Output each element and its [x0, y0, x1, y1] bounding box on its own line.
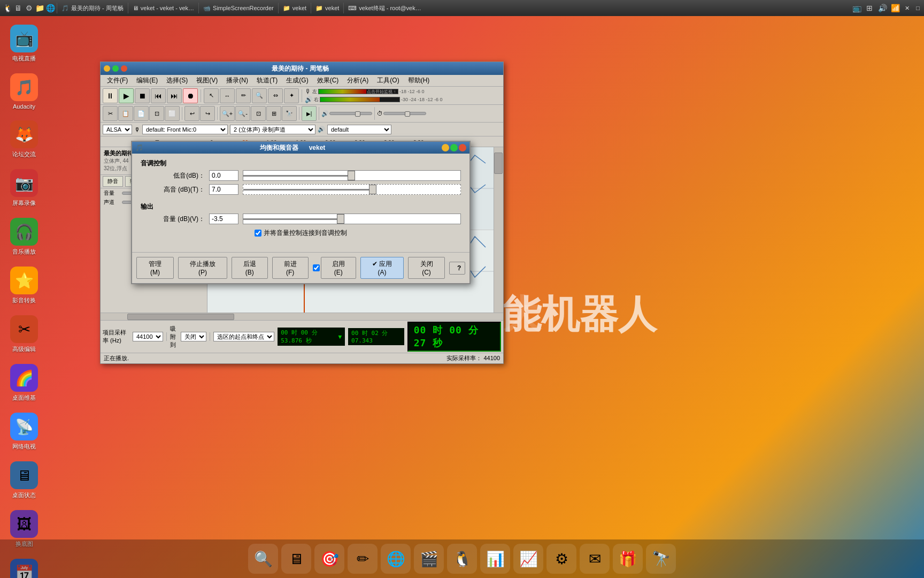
taskbar-icon-5[interactable]: 🌐: [45, 3, 56, 13]
time-shift-btn[interactable]: ⇔: [268, 88, 283, 103]
sidebar-item-wiki[interactable]: 🌈 桌面维基: [7, 361, 41, 405]
restore-btn[interactable]: [112, 65, 119, 72]
dock-item-video[interactable]: 🎬: [414, 544, 444, 574]
speed-thumb[interactable]: [405, 111, 410, 117]
eq-volume-thumb[interactable]: [337, 214, 344, 224]
sidebar-item-web-tv[interactable]: 📡 网络电视: [7, 409, 41, 454]
taskbar-folder-2[interactable]: 📁 veket: [312, 4, 342, 13]
vu-speaker-icon[interactable]: 🔊: [305, 96, 313, 103]
zoom-in-btn[interactable]: 🔍+: [220, 106, 235, 121]
menu-generate[interactable]: 生成(G): [282, 75, 312, 86]
menu-tools[interactable]: 工具(O): [373, 75, 403, 86]
vu-right-meter[interactable]: [320, 97, 400, 102]
dock-item-stats[interactable]: 📈: [513, 544, 543, 574]
eq-restore-btn[interactable]: [450, 144, 458, 151]
menu-view[interactable]: 视图(V): [192, 75, 222, 86]
snap-select[interactable]: 关闭: [181, 332, 206, 341]
sidebar-item-audacity[interactable]: 🎵 Audacity: [7, 70, 41, 113]
menu-file[interactable]: 文件(F): [103, 75, 132, 86]
eq-manage-btn[interactable]: 管理(M): [136, 257, 174, 279]
stop-btn[interactable]: ⏹: [135, 88, 150, 103]
menu-effects[interactable]: 效果(C): [313, 75, 343, 86]
selection-format-select[interactable]: 选区的起点和终点: [213, 332, 274, 341]
eq-close-btn[interactable]: [459, 144, 466, 151]
dock-item-gift[interactable]: 🎁: [613, 544, 643, 574]
cut-btn[interactable]: ✂: [103, 106, 118, 121]
zoom-out-btn[interactable]: 🔍-: [235, 106, 250, 121]
dock-item-pencil[interactable]: ✏: [348, 544, 378, 574]
sidebar-item-forum[interactable]: 🦊 论坛交流: [7, 117, 41, 162]
dock-item-display[interactable]: 🖥: [281, 544, 311, 574]
sidebar-item-screen-record[interactable]: 📷 屏幕录像: [7, 166, 41, 210]
eq-bass-input[interactable]: [209, 170, 238, 181]
eq-forward-btn[interactable]: 前进(F): [272, 257, 309, 279]
zoom-full-btn[interactable]: 🔭: [282, 106, 297, 121]
taskbar-volume-icon[interactable]: 🔊: [877, 3, 888, 13]
dock-item-chart[interactable]: 📊: [480, 544, 510, 574]
zoom-sel-btn[interactable]: ⊞: [266, 106, 281, 121]
mute-btn[interactable]: 静音: [103, 176, 123, 187]
zoom-tool-btn[interactable]: 🔍: [252, 88, 267, 103]
dock-item-mail[interactable]: ✉: [580, 544, 610, 574]
multi-tool-btn[interactable]: ✦: [284, 88, 299, 103]
taskbar-icon-3[interactable]: ⚙: [24, 3, 34, 13]
eq-close-dialog-btn[interactable]: 关闭(C): [408, 257, 445, 279]
eq-bass-thumb[interactable]: [348, 171, 355, 180]
input-device-select[interactable]: default: Front Mic:0: [142, 125, 228, 134]
record-btn[interactable]: ⏺: [183, 88, 198, 103]
select-tool-btn[interactable]: ↖: [204, 88, 219, 103]
output-volume-slider[interactable]: [329, 112, 372, 115]
taskbar-icon-2[interactable]: 🖥: [13, 3, 24, 13]
vu-left-meter[interactable]: 点击开始监视 ↑: [318, 89, 398, 94]
taskbar-terminal-2[interactable]: ⌨ veket终端 - root@vek…: [345, 3, 424, 13]
output-device-select[interactable]: default: [327, 125, 391, 134]
dock-item-telescope[interactable]: 🔭: [646, 544, 676, 574]
eq-apply-btn[interactable]: ✔ 应用(A): [360, 257, 404, 279]
taskbar-recorder[interactable]: 📹 SimpleScreenRecorder: [200, 4, 277, 13]
dock-item-game[interactable]: 🎯: [314, 544, 344, 574]
zoom-fit-btn[interactable]: ⊡: [251, 106, 266, 121]
sidebar-item-editor[interactable]: ✂ 高级编辑: [7, 312, 41, 356]
menu-select[interactable]: 选择(S): [162, 75, 192, 86]
eq-volume-slider[interactable]: [243, 214, 461, 224]
eq-minimize-btn[interactable]: [442, 144, 449, 151]
menu-transport[interactable]: 播录(N): [222, 75, 252, 86]
menu-analyze[interactable]: 分析(A): [343, 75, 373, 86]
h-scrollbar[interactable]: [101, 313, 503, 320]
close-btn[interactable]: [121, 65, 127, 72]
eq-treble-thumb[interactable]: [369, 185, 376, 194]
v-scroll-thumb[interactable]: [494, 153, 503, 174]
taskbar-network-icon[interactable]: 📶: [890, 3, 900, 13]
menu-help[interactable]: 帮助(H): [404, 75, 434, 86]
undo-btn[interactable]: ↩: [184, 106, 199, 121]
dock-item-finder[interactable]: 🔍: [248, 544, 278, 574]
eq-treble-slider[interactable]: [243, 184, 461, 195]
dock-item-settings[interactable]: ⚙: [546, 544, 576, 574]
eq-back-btn[interactable]: 后退(B): [232, 257, 268, 279]
audio-api-select[interactable]: ALSA: [103, 125, 132, 134]
sidebar-item-music[interactable]: 🎧 音乐播放: [7, 215, 41, 259]
minimize-btn[interactable]: [104, 65, 110, 72]
silence-btn[interactable]: ⬜: [165, 106, 180, 121]
sidebar-item-convert[interactable]: ⭐ 影音转换: [7, 263, 41, 308]
redo-btn[interactable]: ↪: [200, 106, 215, 121]
menu-tracks[interactable]: 轨道(T): [252, 75, 282, 86]
envelope-tool-btn[interactable]: ↔: [220, 88, 235, 103]
vu-mic-icon[interactable]: 🎙: [305, 88, 311, 95]
draw-tool-btn[interactable]: ✏: [236, 88, 251, 103]
taskbar-terminal-1[interactable]: 🖥 veket - veket - vek…: [129, 4, 197, 12]
play-region-btn[interactable]: ▶|: [302, 106, 317, 121]
dock-item-linux[interactable]: 🐧: [447, 544, 477, 574]
eq-enable-btn[interactable]: 启用(E): [321, 257, 356, 279]
eq-link-checkbox[interactable]: [255, 230, 261, 237]
h-scroll-thumb[interactable]: [127, 314, 234, 320]
taskbar-monitor-icon[interactable]: 📺: [851, 3, 862, 13]
rewind-btn[interactable]: ⏮: [151, 88, 166, 103]
taskbar-maximize-btn[interactable]: □: [914, 5, 922, 11]
menu-edit[interactable]: 编辑(E): [132, 75, 162, 86]
taskbar-icon-4[interactable]: 📁: [34, 3, 45, 13]
playback-speed-slider[interactable]: [383, 112, 426, 115]
taskbar-apps-icon[interactable]: ⊞: [864, 3, 875, 13]
eq-stop-btn[interactable]: 停止播放(P): [178, 257, 227, 279]
eq-help-btn[interactable]: ?: [449, 262, 465, 275]
